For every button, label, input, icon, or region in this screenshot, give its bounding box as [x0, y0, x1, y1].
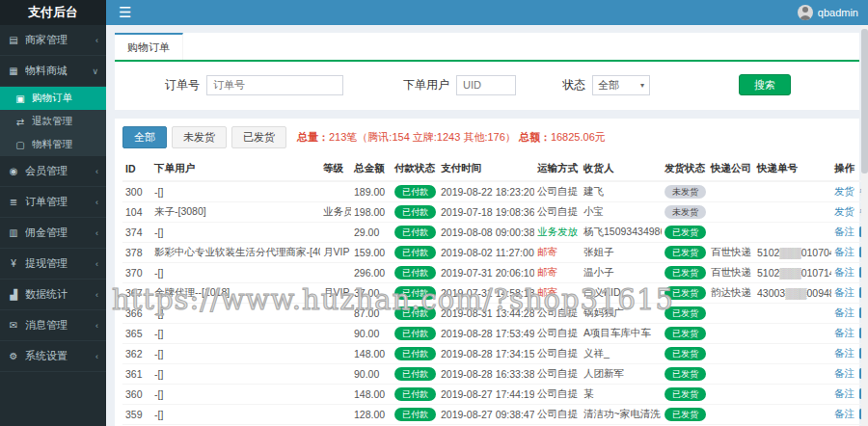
cell-pay-status: 已付款 [392, 385, 438, 405]
table-row: 366-[]87.00已付款2019-08-31 13:44:28公司自提锅妈独… [122, 304, 868, 324]
pay-status-badge: 已付款 [394, 185, 436, 199]
remark-button[interactable]: 备注 [834, 367, 854, 379]
sidebar-item-message[interactable]: ✉消息管理‹ [0, 310, 106, 341]
cell-level [320, 385, 351, 405]
submenu-item-label: 购物订单 [32, 92, 72, 105]
cell-level [320, 263, 351, 283]
sidebar-item-store[interactable]: ▤商家管理‹ [0, 25, 106, 56]
cell-order-user: -[] [151, 364, 320, 385]
cell-pay-time: 2019-08-08 09:00:38 [438, 223, 534, 243]
cell-ship-status: 已发货 [662, 385, 708, 405]
scrollbar[interactable] [861, 25, 868, 426]
sidebar-item-member[interactable]: ◉会员管理‹ [0, 156, 106, 187]
order-no-input[interactable] [206, 75, 343, 95]
ship-status-badge: 未发货 [665, 185, 706, 199]
remark-button[interactable]: 备注 [834, 327, 854, 338]
chevron-left-icon: ‹ [95, 198, 98, 207]
ship-status-badge: 已发货 [665, 266, 706, 280]
cell-pay-status: 已付款 [392, 324, 438, 344]
remark-button[interactable]: 备注 [834, 266, 854, 278]
sidebar-item-commission[interactable]: ▥佣金管理‹ [0, 218, 106, 249]
ship-status-badge: 已发货 [665, 367, 706, 381]
filter-button-全部[interactable]: 全部 [122, 126, 167, 148]
cell-receiver: 杨飞15093434986 [581, 223, 662, 243]
filter-button-未发货[interactable]: 未发货 [172, 126, 227, 148]
sidebar-item-withdraw[interactable]: ¥提现管理‹ [0, 249, 106, 280]
cell-order-id: 370 [122, 263, 151, 283]
cell-receiver: 锅妈独广 [581, 304, 662, 324]
filter-button-已发货[interactable]: 已发货 [231, 126, 286, 148]
store-icon: ▤ [8, 35, 19, 45]
cell-shipping-method: 公司自提 [534, 324, 581, 344]
sidebar-item-stats[interactable]: ▟数据统计‹ [0, 280, 106, 310]
order-user-input[interactable] [456, 75, 516, 95]
table-row: 104来子-[3080]业务员198.00已付款2019-07-18 19:08… [122, 202, 868, 223]
ship-button[interactable]: 发货 [834, 205, 854, 217]
status-select[interactable]: 全部 ▾ [592, 75, 650, 95]
cell-shipping-method: 公司自提 [534, 405, 581, 425]
cell-express-company [708, 344, 754, 364]
remark-button[interactable]: 备注 [834, 306, 854, 318]
cell-receiver: 白义KID [581, 283, 662, 304]
table-row: 359-[]128.00已付款2019-08-27 09:38:47公司自提清洁… [122, 405, 868, 425]
cell-pay-time: 2019-07-31 20:06:10 [438, 263, 534, 283]
submenu-item-refund[interactable]: ⇄退款管理 [0, 110, 106, 133]
remark-button[interactable]: 备注 [834, 347, 854, 359]
cell-tracking-no: 43003▒▒▒00948 [754, 283, 831, 304]
user-menu[interactable]: qbadmin [798, 0, 858, 25]
withdraw-icon: ¥ [8, 258, 19, 269]
remark-button[interactable]: 备注 [834, 387, 854, 399]
cell-pay-status: 已付款 [392, 304, 438, 324]
sidebar-item-label: 订单管理 [25, 195, 68, 209]
cell-express-company [708, 385, 754, 405]
cell-amount: 29.00 [351, 223, 392, 243]
cell-amount: 148.00 [351, 385, 392, 405]
cell-tracking-no [754, 202, 831, 223]
table-row: 365-[]90.00已付款2019-08-28 17:53:49公司自提A项目… [122, 324, 868, 344]
ship-status-badge: 已发货 [665, 246, 706, 259]
column-header: 收货人 [581, 157, 662, 181]
remark-button[interactable]: 备注 [834, 246, 854, 257]
submenu-item-label: 退款管理 [32, 115, 72, 128]
cell-shipping-method: 公司自提 [534, 304, 581, 324]
cell-tracking-no [754, 181, 831, 202]
submenu-item-cart[interactable]: ▣购物订单 [0, 87, 106, 110]
pay-status-badge: 已付款 [394, 306, 436, 320]
cell-receiver: 清洁功~家电清洗 [581, 405, 662, 425]
remark-button[interactable]: 备注 [834, 226, 854, 237]
cell-order-user: 来子-[3080] [151, 202, 320, 223]
scrollbar-thumb[interactable] [861, 29, 868, 173]
sidebar-item-label: 提现管理 [25, 256, 68, 271]
sidebar-toggle-icon[interactable]: ☰ [106, 0, 144, 25]
cell-express-company [708, 304, 754, 324]
column-header: 等级 [320, 157, 351, 181]
cell-pay-status: 已付款 [392, 344, 438, 364]
pay-status-badge: 已付款 [394, 408, 436, 421]
cell-pay-status: 已付款 [392, 364, 438, 385]
cell-order-user: 影彩中心专业软装生活分代理商家-[4025] [151, 243, 320, 263]
search-button[interactable]: 搜索 [739, 74, 791, 95]
cell-ship-status: 已发货 [662, 324, 708, 344]
cell-pay-status: 已付款 [392, 223, 438, 243]
remark-button[interactable]: 备注 [834, 408, 854, 419]
sidebar-item-label: 商家管理 [25, 33, 68, 47]
sidebar-item-settings[interactable]: ⚙系统设置‹ [0, 341, 106, 372]
sidebar-item-mall[interactable]: ▦物料商城∨ [0, 56, 106, 87]
refund-icon: ⇄ [14, 117, 26, 127]
ship-button[interactable]: 发货 [834, 185, 854, 197]
ship-status-badge: 未发货 [665, 205, 706, 219]
submenu-item-goods[interactable]: ▢物料管理 [0, 133, 106, 156]
cell-order-id: 359 [122, 405, 151, 425]
cell-order-user: 金牌代理--[1018] [151, 283, 320, 304]
remark-button[interactable]: 备注 [834, 286, 854, 298]
cell-pay-status: 已付款 [392, 405, 438, 425]
sidebar-item-order[interactable]: ≣订单管理‹ [0, 187, 106, 218]
mall-icon: ▦ [8, 66, 19, 76]
status-select-value: 全部 [598, 78, 619, 93]
cell-order-id: 361 [122, 364, 151, 385]
tab-shopping-orders[interactable]: 购物订单 [115, 33, 183, 60]
cell-ship-status: 未发货 [662, 181, 708, 202]
cell-shipping-method: 公司自提 [534, 385, 581, 405]
cell-tracking-no [754, 223, 831, 243]
chevron-left-icon: ‹ [95, 290, 98, 300]
